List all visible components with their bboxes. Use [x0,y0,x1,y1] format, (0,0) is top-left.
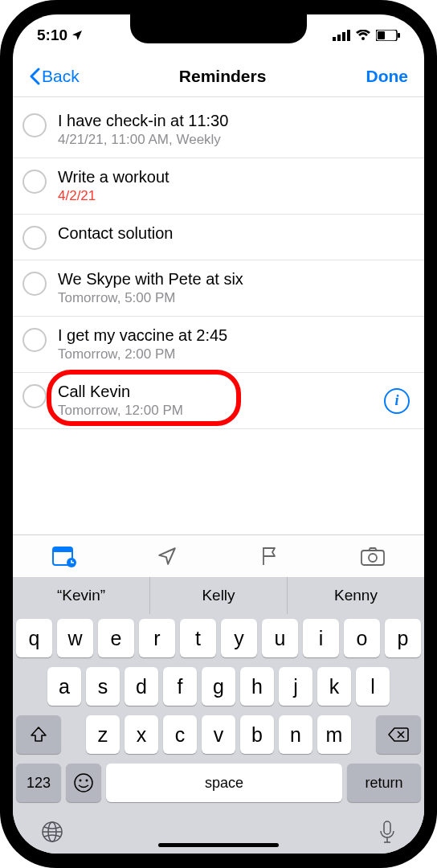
svg-rect-0 [333,37,336,41]
reminder-title: I get my vaccine at 2:45 [58,326,410,345]
shift-key[interactable] [16,715,61,754]
reminder-title: I have check-in at 11:30 [58,112,410,130]
reminder-subtitle: 4/21/21, 11:00 AM, Weekly [58,132,410,148]
key-z[interactable]: z [86,715,120,754]
reminder-subtitle: Tomorrow, 2:00 PM [58,346,410,362]
svg-rect-2 [342,32,345,41]
key-t[interactable]: t [180,619,216,657]
nav-title: Reminders [179,67,267,86]
location-icon[interactable] [155,544,179,568]
key-i[interactable]: i [303,619,339,657]
shift-icon [30,726,47,743]
svg-rect-3 [347,30,350,41]
info-icon[interactable]: i [384,388,410,414]
keyboard-suggestions: “Kevin” Kelly Kenny [13,577,424,614]
backspace-icon [388,727,409,743]
svg-rect-1 [337,35,341,41]
flag-icon[interactable] [258,544,282,568]
complete-radio[interactable] [22,328,47,352]
key-d[interactable]: d [125,667,158,706]
key-h[interactable]: h [240,667,274,706]
key-r[interactable]: r [139,619,175,657]
svg-rect-10 [361,551,384,565]
reminder-title: Write a workout [58,168,410,186]
reminder-row[interactable]: Contact solution [13,215,424,260]
svg-point-14 [86,780,88,782]
key-n[interactable]: n [279,715,312,754]
key-b[interactable]: b [240,715,274,754]
reminder-title: We Skype with Pete at six [58,270,410,289]
numbers-key[interactable]: 123 [16,764,61,802]
svg-rect-5 [378,31,385,39]
complete-radio[interactable] [22,272,47,296]
key-g[interactable]: g [202,667,235,706]
key-v[interactable]: v [202,715,235,754]
reminder-row[interactable]: We Skype with Pete at sixTomorrow, 5:00 … [13,260,424,317]
reminder-row[interactable]: I have check-in at 11:304/21/21, 11:00 A… [13,102,424,158]
suggestion-0[interactable]: “Kevin” [13,577,150,614]
done-button[interactable]: Done [366,67,408,86]
keyboard: qwertyuiop asdfghjkl zxcvbnm 123 space r… [13,614,424,854]
key-x[interactable]: x [125,715,158,754]
return-key[interactable]: return [347,764,421,802]
suggestion-1[interactable]: Kelly [150,577,288,614]
key-f[interactable]: f [163,667,197,706]
key-a[interactable]: a [47,667,81,706]
svg-rect-18 [384,821,390,834]
key-k[interactable]: k [317,667,351,706]
key-y[interactable]: y [221,619,257,657]
key-j[interactable]: j [279,667,312,706]
reminder-row[interactable]: Call KevinTomorrow, 12:00 PMi [13,373,424,429]
chevron-left-icon [29,68,40,85]
svg-point-13 [80,780,82,782]
key-e[interactable]: e [98,619,134,657]
reminder-title: Call Kevin [58,383,384,401]
reminder-row[interactable]: I get my vaccine at 2:45Tomorrow, 2:00 P… [13,317,424,373]
svg-rect-8 [53,547,72,552]
complete-radio[interactable] [22,384,47,408]
key-u[interactable]: u [262,619,298,657]
camera-icon[interactable] [361,544,385,568]
location-icon [71,29,84,42]
svg-point-11 [369,554,377,562]
mic-icon[interactable] [378,820,397,845]
reminder-subtitle: Tomorrow, 5:00 PM [58,290,410,306]
complete-radio[interactable] [22,226,47,250]
key-o[interactable]: o [344,619,380,657]
nav-bar: Back Reminders Done [13,56,424,97]
svg-rect-6 [398,33,400,38]
reminder-title: Contact solution [58,224,410,243]
reminder-subtitle: 4/2/21 [58,188,410,204]
calendar-icon[interactable] [52,544,76,568]
emoji-key[interactable] [66,764,101,802]
key-m[interactable]: m [317,715,351,754]
reminder-row[interactable]: Write a workout4/2/21 [13,158,424,215]
edit-toolbar [13,534,424,577]
suggestion-2[interactable]: Kenny [288,577,424,614]
globe-icon[interactable] [40,820,64,844]
back-button[interactable]: Back [29,67,80,86]
complete-radio[interactable] [22,113,47,137]
key-p[interactable]: p [385,619,421,657]
emoji-icon [73,772,94,793]
key-s[interactable]: s [86,667,120,706]
key-q[interactable]: q [16,619,52,657]
space-key[interactable]: space [106,764,342,802]
wifi-icon [355,30,371,41]
key-c[interactable]: c [163,715,197,754]
back-label: Back [42,67,80,86]
signal-icon [333,30,350,41]
svg-point-12 [75,774,92,792]
home-indicator[interactable] [158,843,279,847]
status-time: 5:10 [37,27,67,44]
key-w[interactable]: w [57,619,93,657]
key-l[interactable]: l [356,667,390,706]
complete-radio[interactable] [22,170,47,194]
reminders-list: I have check-in at 11:304/21/21, 11:00 A… [13,97,424,534]
battery-icon [376,30,400,41]
reminder-subtitle: Tomorrow, 12:00 PM [58,403,384,419]
backspace-key[interactable] [376,715,421,754]
